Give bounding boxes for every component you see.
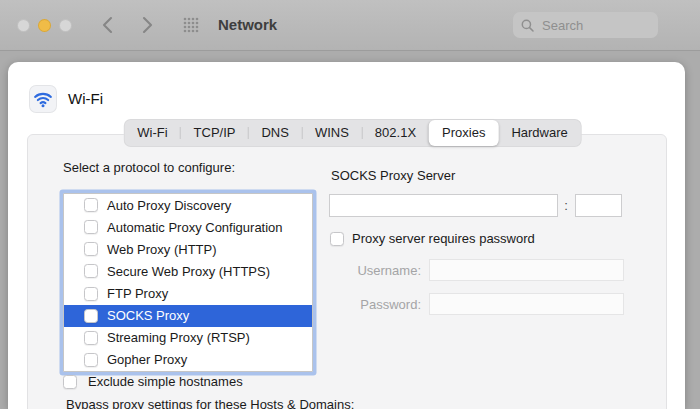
protocol-label: SOCKS Proxy: [107, 308, 189, 323]
chevron-right-icon: [142, 16, 153, 34]
password-label: Password:: [328, 297, 421, 312]
checkbox-gopher-proxy[interactable]: [84, 353, 98, 367]
protocol-label: Web Proxy (HTTP): [107, 242, 217, 257]
exclude-hostnames-checkbox[interactable]: [63, 375, 77, 389]
protocol-row-streaming-proxy-rtsp[interactable]: Streaming Proxy (RTSP): [64, 327, 312, 349]
protocol-row-secure-web-proxy-https[interactable]: Secure Web Proxy (HTTPS): [64, 260, 312, 282]
checkbox-automatic-proxy-configuration[interactable]: [84, 220, 98, 234]
protocol-row-web-proxy-http[interactable]: Web Proxy (HTTP): [64, 238, 312, 260]
protocol-row-ftp-proxy[interactable]: FTP Proxy: [64, 283, 312, 305]
tab-bar: Wi-Fi TCP/IP DNS WINS 802.1X Proxies Har…: [123, 119, 582, 147]
tab-8021x[interactable]: 802.1X: [362, 120, 429, 146]
checkbox-auto-proxy-discovery[interactable]: [84, 198, 98, 212]
chevron-left-icon: [102, 16, 113, 34]
close-window-button[interactable]: [17, 19, 30, 32]
tab-wifi[interactable]: Wi-Fi: [124, 120, 180, 146]
tab-hardware[interactable]: Hardware: [498, 120, 580, 146]
exclude-hostnames-label: Exclude simple hostnames: [88, 374, 243, 389]
proxy-server-port-input[interactable]: [575, 194, 622, 217]
tab-dns[interactable]: DNS: [248, 120, 301, 146]
exclude-hostnames-row[interactable]: Exclude simple hostnames: [63, 374, 243, 389]
checkbox-secure-web-proxy-https[interactable]: [84, 264, 98, 278]
checkbox-ftp-proxy[interactable]: [84, 287, 98, 301]
requires-password-checkbox[interactable]: [330, 232, 344, 246]
protocol-label: Secure Web Proxy (HTTPS): [107, 264, 270, 279]
wifi-icon: [33, 89, 53, 109]
bypass-hosts-label: Bypass proxy settings for these Hosts & …: [66, 397, 354, 409]
apps-grid-icon: [183, 17, 199, 33]
proxies-tab-pane: Select a protocol to configure: Auto Pro…: [27, 134, 667, 409]
window-title: Network: [218, 0, 277, 50]
protocol-row-gopher-proxy[interactable]: Gopher Proxy: [64, 349, 312, 371]
proxy-server-address-input[interactable]: [329, 194, 558, 217]
magnifier-icon: [521, 19, 534, 32]
window-titlebar: Network: [0, 0, 700, 51]
protocol-label: Auto Proxy Discovery: [107, 198, 231, 213]
protocol-row-automatic-proxy-configuration[interactable]: Automatic Proxy Configuration: [64, 216, 312, 238]
select-protocol-label: Select a protocol to configure:: [63, 160, 235, 175]
protocol-label: Streaming Proxy (RTSP): [107, 330, 250, 345]
host-port-separator: :: [559, 194, 573, 217]
search-input[interactable]: [540, 17, 650, 34]
minimize-window-button[interactable]: [38, 19, 51, 32]
protocol-label: FTP Proxy: [107, 286, 168, 301]
tab-proxies[interactable]: Proxies: [429, 120, 498, 146]
zoom-window-button[interactable]: [59, 19, 72, 32]
tab-tcpip[interactable]: TCP/IP: [181, 120, 249, 146]
protocol-label: Gopher Proxy: [107, 352, 187, 367]
protocol-row-auto-proxy-discovery[interactable]: Auto Proxy Discovery: [64, 194, 312, 216]
socks-proxy-server-label: SOCKS Proxy Server: [331, 168, 455, 183]
requires-password-row[interactable]: Proxy server requires password: [330, 231, 535, 246]
protocol-row-socks-proxy[interactable]: SOCKS Proxy: [64, 305, 312, 327]
tab-wins[interactable]: WINS: [302, 120, 362, 146]
wifi-service-icon-box: [29, 85, 57, 113]
protocol-label: Automatic Proxy Configuration: [107, 220, 283, 235]
service-name: Wi-Fi: [68, 85, 103, 113]
password-input[interactable]: [429, 293, 624, 315]
requires-password-label: Proxy server requires password: [352, 231, 535, 246]
username-input[interactable]: [429, 259, 624, 281]
search-field[interactable]: [513, 12, 658, 38]
checkbox-web-proxy-http[interactable]: [84, 242, 98, 256]
back-button[interactable]: [96, 13, 118, 37]
checkbox-streaming-proxy-rtsp[interactable]: [84, 331, 98, 345]
show-all-preferences-button[interactable]: [183, 17, 199, 33]
proxies-sheet: Wi-Fi Wi-Fi TCP/IP DNS WINS 802.1X Proxi…: [8, 62, 685, 409]
protocol-list: Auto Proxy Discovery Automatic Proxy Con…: [63, 193, 313, 372]
checkbox-socks-proxy[interactable]: [84, 309, 98, 323]
username-label: Username:: [328, 263, 421, 278]
forward-button[interactable]: [136, 13, 158, 37]
